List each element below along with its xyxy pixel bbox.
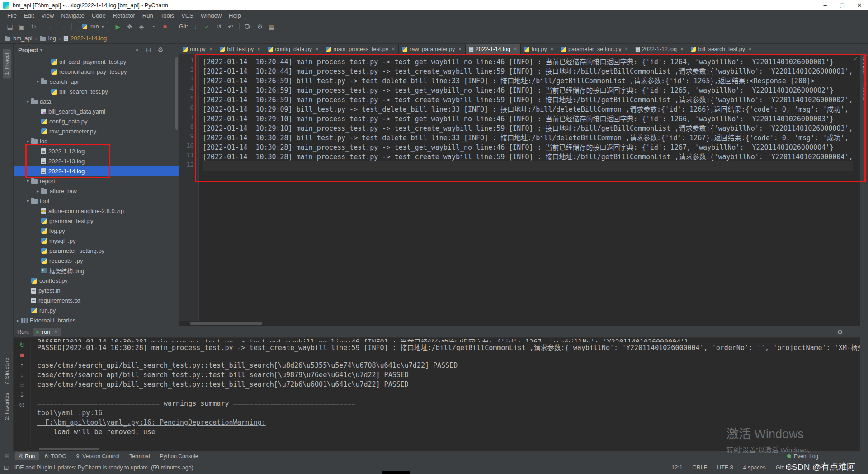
- log-line-5[interactable]: [2022-01-14 10:26:59] main_process_test.…: [203, 95, 853, 104]
- status-message[interactable]: IDE and Plugin Updates: PyCharm is ready…: [14, 465, 193, 471]
- scroll-down-icon[interactable]: ↓: [19, 371, 26, 378]
- tree-item-raw-parameter-py[interactable]: raw_parameter.py: [14, 126, 179, 136]
- log-line-11[interactable]: [2022-01-14 10:30:28] main_process_test.…: [203, 152, 853, 161]
- log-line-4[interactable]: [2022-01-14 10:26:59] main_process_test.…: [203, 85, 853, 95]
- log-line-1[interactable]: [2022-01-14 10:20:44] main_process_test.…: [203, 57, 853, 66]
- menu-file[interactable]: File: [4, 12, 20, 19]
- minimize-button[interactable]: –: [816, 0, 834, 10]
- log-line-9[interactable]: [2022-01-14 10:30:28] bill_test.py -> te…: [203, 133, 853, 142]
- tree-item-log[interactable]: ▾log: [14, 136, 179, 146]
- save-all-icon[interactable]: ▣: [18, 24, 25, 30]
- run-console-output[interactable]: PASSED[2022-01-14 10:30:28] main_process…: [31, 338, 860, 447]
- back-icon[interactable]: ←: [47, 24, 55, 30]
- search-everywhere-icon[interactable]: [245, 24, 252, 29]
- tree-item-2022-1-14-log[interactable]: 2022-1-14.log: [14, 166, 179, 176]
- menu-help[interactable]: Help: [225, 12, 245, 19]
- tree-item-reconciliation-pay-test-py[interactable]: reconciliation_pay_test.py: [14, 66, 179, 76]
- breadcrumb-item-bm-api[interactable]: bm_api: [5, 35, 33, 42]
- inspections-ok-icon[interactable]: ✓: [854, 56, 858, 62]
- event-log-button[interactable]: Event Log: [787, 453, 818, 460]
- tree-toggle-icon[interactable]: ▾: [24, 99, 31, 104]
- tree-item-框架结构-png[interactable]: 框架结构.png: [14, 265, 179, 275]
- stripe-database[interactable]: Database: [861, 51, 868, 78]
- toolwindow-tab-4-run[interactable]: 4: Run: [15, 452, 39, 460]
- close-icon[interactable]: ✕: [209, 47, 212, 52]
- menu-vcs[interactable]: VCS: [178, 12, 197, 19]
- maximize-button[interactable]: ▢: [834, 0, 851, 10]
- tree-item-report[interactable]: ▾report: [14, 176, 179, 186]
- status-12-1[interactable]: 12:1: [671, 465, 682, 471]
- sync-icon[interactable]: ↻: [30, 24, 37, 30]
- stop-run-icon[interactable]: ■: [19, 351, 26, 358]
- tree-item-search-api[interactable]: ▾search_api: [14, 76, 179, 86]
- tree-toggle-icon[interactable]: ▾: [24, 179, 31, 184]
- stripe-1-project[interactable]: 1: Project: [3, 49, 11, 79]
- tree-toggle-icon[interactable]: ▸: [14, 318, 21, 323]
- log-line-6[interactable]: [2022-01-14 10:29:09] bill_test.py -> te…: [203, 104, 853, 114]
- editor-tab-parameter-setting-py[interactable]: parameter_setting.py✕: [557, 44, 632, 54]
- close-icon[interactable]: ✕: [550, 47, 554, 52]
- chevron-down-icon[interactable]: ▾: [40, 47, 42, 52]
- debug-button[interactable]: ❖: [126, 24, 133, 30]
- tree-item-log-py[interactable]: log.py: [14, 226, 179, 236]
- run-config-select[interactable]: run ▾: [78, 22, 108, 31]
- close-icon[interactable]: ✕: [748, 47, 752, 52]
- profiler-button[interactable]: ◔: [150, 24, 157, 30]
- close-icon[interactable]: ✕: [315, 47, 319, 52]
- menu-tools[interactable]: Tools: [157, 12, 178, 19]
- close-window-button[interactable]: ✕: [851, 0, 868, 10]
- console-line-9[interactable]: tool\yaml_.py:16: [37, 409, 860, 418]
- rerun-icon[interactable]: ↻: [19, 341, 26, 348]
- locate-file-icon[interactable]: ⌖: [133, 47, 141, 53]
- toolwindow-tab-python-console[interactable]: Python Console: [156, 452, 203, 460]
- log-line-3[interactable]: [2022-01-14 10:26:59] bill_test.py -> te…: [203, 76, 853, 85]
- panel-settings-icon[interactable]: ⚙: [157, 47, 164, 53]
- open-icon[interactable]: ▤: [6, 24, 14, 30]
- tree-item-parameter-setting-py[interactable]: parameter_setting.py: [14, 246, 179, 256]
- tree-item-grammar-test-py[interactable]: grammar_test.py: [14, 216, 179, 226]
- close-icon[interactable]: ✕: [392, 47, 395, 52]
- close-icon[interactable]: ✕: [458, 47, 462, 52]
- hide-panel-icon[interactable]: −: [169, 47, 176, 53]
- log-line-7[interactable]: [2022-01-14 10:29:10] main_process_test.…: [203, 114, 853, 123]
- editor-tab-raw-parameter-py[interactable]: raw_parameter.py✕: [399, 44, 465, 54]
- settings-icon[interactable]: ⚙: [256, 24, 264, 30]
- editor-tab-bill-search-test-py[interactable]: bill_search_test.py✕: [687, 44, 755, 54]
- editor-tab-run-py[interactable]: run.py✕: [179, 44, 216, 54]
- tree-item-pytest-ini[interactable]: pytest.ini: [14, 285, 179, 295]
- menu-window[interactable]: Window: [197, 12, 225, 19]
- project-scrollbar[interactable]: [175, 57, 178, 207]
- console-hscrollbar[interactable]: [14, 447, 860, 451]
- stop-button[interactable]: ■: [161, 24, 169, 30]
- tree-item-allure-raw[interactable]: ▸allure_raw: [14, 186, 179, 196]
- breadcrumb-item-log[interactable]: log: [40, 35, 56, 42]
- tree-item-oil-card-payment-test-py[interactable]: oil_card_payment_test.py: [14, 57, 179, 66]
- editor-tab-2022-1-12-log[interactable]: 2022-1-12.log✕: [632, 44, 688, 54]
- project-panel-title[interactable]: Project: [18, 47, 38, 53]
- menu-run[interactable]: Run: [139, 12, 157, 19]
- log-line-2[interactable]: [2022-01-14 10:20:44] main_process_test.…: [203, 66, 853, 76]
- log-line-12[interactable]: [203, 161, 853, 171]
- tree-item-bill-search-test-py[interactable]: bill_search_test.py: [14, 86, 179, 96]
- tree-item-requirements-txt[interactable]: requirements.txt: [14, 295, 179, 305]
- close-icon[interactable]: ✕: [680, 47, 684, 52]
- tree-toggle-icon[interactable]: ▾: [24, 199, 31, 204]
- log-line-8[interactable]: [2022-01-14 10:29:10] main_process_test.…: [203, 123, 853, 133]
- tree-item-allure-commandline-2-8-0-zip[interactable]: allure-commandline-2.8.0.zip: [14, 206, 179, 216]
- stripe-sciview[interactable]: SciView: [861, 80, 868, 103]
- tree-toggle-icon[interactable]: ▸: [34, 189, 41, 194]
- editor-tab-2022-1-14-log[interactable]: 2022-1-14.log✕: [466, 44, 521, 54]
- scroll-to-end-icon[interactable]: ⇣: [19, 391, 26, 398]
- close-icon[interactable]: ✕: [54, 329, 57, 334]
- tree-item-run-py[interactable]: run.py: [14, 305, 179, 315]
- scroll-up-icon[interactable]: ↑: [19, 361, 26, 368]
- status-git-ma[interactable]: Git: ma: [776, 465, 794, 471]
- editor-scrollbar[interactable]: ✓: [853, 55, 860, 321]
- stripe-2-favorites[interactable]: 2: Favorites: [3, 389, 11, 424]
- menu-refactor[interactable]: Refactor: [109, 12, 139, 19]
- tree-item-2022-1-12-log[interactable]: 2022-1-12.log: [14, 146, 179, 156]
- toolwindow-tab-9-version-control[interactable]: 9: Version Control: [72, 452, 123, 460]
- tree-item-requests-py[interactable]: requests_.py: [14, 256, 179, 265]
- tree-item-2022-1-13-log[interactable]: 2022-1-13.log: [14, 156, 179, 166]
- log-line-10[interactable]: [2022-01-14 10:30:28] main_process_test.…: [203, 142, 853, 152]
